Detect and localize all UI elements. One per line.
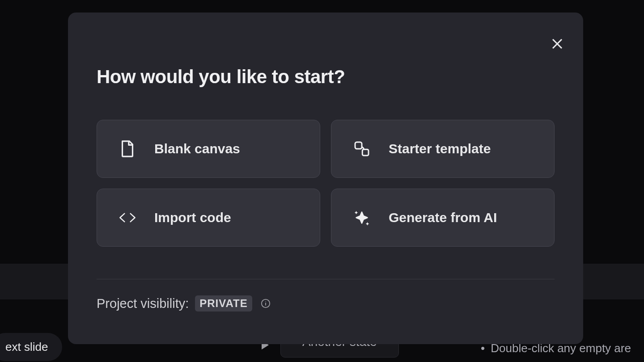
visibility-badge[interactable]: PRIVATE bbox=[195, 295, 252, 311]
option-label: Import code bbox=[154, 210, 231, 225]
svg-rect-2 bbox=[355, 142, 362, 149]
sparkle-icon bbox=[353, 209, 371, 227]
close-icon bbox=[551, 37, 564, 51]
option-import-code[interactable]: Import code bbox=[97, 189, 320, 247]
divider bbox=[97, 279, 555, 279]
file-icon bbox=[119, 140, 136, 158]
background-pill: ext slide bbox=[0, 333, 62, 361]
visibility-label: Project visibility: bbox=[97, 296, 189, 311]
start-options-grid: Blank canvas Starter template bbox=[97, 120, 555, 247]
code-icon bbox=[119, 209, 136, 227]
svg-point-6 bbox=[265, 301, 266, 302]
option-label: Starter template bbox=[389, 141, 491, 156]
option-blank-canvas[interactable]: Blank canvas bbox=[97, 120, 320, 178]
shapes-icon bbox=[353, 140, 371, 158]
info-icon[interactable] bbox=[260, 298, 271, 309]
option-starter-template[interactable]: Starter template bbox=[331, 120, 555, 178]
svg-rect-3 bbox=[362, 149, 369, 156]
close-button[interactable] bbox=[547, 34, 567, 54]
option-label: Generate from AI bbox=[389, 210, 497, 225]
modal-title: How would you like to start? bbox=[97, 66, 555, 88]
option-generate-ai[interactable]: Generate from AI bbox=[331, 189, 555, 247]
start-project-modal: How would you like to start? Blank canva… bbox=[68, 13, 583, 344]
option-label: Blank canvas bbox=[154, 141, 240, 156]
project-visibility-row: Project visibility: PRIVATE bbox=[97, 295, 555, 311]
